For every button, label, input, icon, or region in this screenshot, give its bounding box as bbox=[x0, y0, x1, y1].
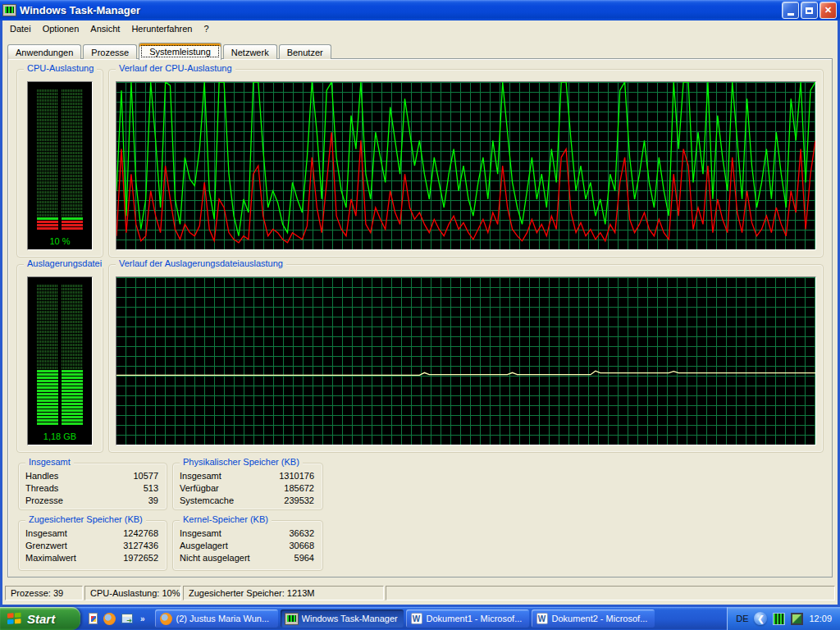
menu-item-[interactable]: ? bbox=[198, 22, 214, 35]
chart-plot bbox=[116, 82, 815, 249]
stat-label: Systemcache bbox=[180, 495, 234, 507]
gauge-segment bbox=[62, 155, 83, 158]
gauge-segment bbox=[62, 301, 83, 304]
language-indicator[interactable]: DE bbox=[736, 614, 748, 623]
tab-systemleistung[interactable]: Systemleistung bbox=[139, 43, 221, 60]
restore-button[interactable] bbox=[801, 2, 818, 19]
gauge-segment bbox=[62, 311, 83, 313]
pagefile-gauge: 1,18 GB bbox=[27, 276, 93, 445]
chart-plot bbox=[116, 277, 815, 445]
gauge-segment bbox=[62, 317, 83, 320]
taskbar-button-dokument2-microsof[interactable]: WDokument2 - Microsof... bbox=[532, 609, 655, 628]
gauge-segment bbox=[62, 370, 83, 372]
status-bar: Prozesse: 39CPU-Auslastung: 10%Zugesiche… bbox=[5, 583, 835, 601]
quicklaunch-firefox-icon[interactable] bbox=[103, 613, 116, 625]
quicklaunch-overflow-chevron[interactable]: » bbox=[140, 614, 145, 623]
tray-hidden-icons-chevron[interactable]: ❮ bbox=[754, 612, 767, 625]
gauge-segment bbox=[37, 360, 58, 363]
gauge-segment bbox=[62, 390, 83, 392]
gauge-segment bbox=[37, 181, 58, 184]
gauge-segment bbox=[37, 208, 58, 210]
stats-group-3: Kernel-Speicher (KB)Insgesamt36632Ausgel… bbox=[172, 520, 323, 571]
stats-rows: Insgesamt36632Ausgelagert30668Nicht ausg… bbox=[180, 527, 314, 564]
gauge-segment bbox=[37, 380, 58, 382]
gauge-segment bbox=[62, 135, 83, 138]
stats-rows: Insgesamt1242768Grenzwert3127436Maximalw… bbox=[25, 527, 158, 564]
taskbar-button-label: Dokument1 - Microsof... bbox=[427, 614, 523, 623]
stat-label: Nicht ausgelagert bbox=[180, 552, 250, 564]
gauge-segment bbox=[62, 152, 83, 154]
tab-anwendungen[interactable]: Anwendungen bbox=[7, 44, 81, 59]
system-tray: DE ❮ 12:09 bbox=[727, 607, 840, 630]
taskbar-button-windows-task-manager[interactable]: Windows Task-Manager bbox=[281, 609, 404, 628]
title-bar[interactable]: Windows Task-Manager ✕ bbox=[0, 0, 840, 21]
menu-item-optionen[interactable]: Optionen bbox=[37, 22, 85, 35]
pagefile-group-title: Auslagerungsdatei bbox=[24, 258, 105, 268]
tray-display-icon[interactable] bbox=[791, 613, 803, 625]
cpu-usage-value: 10 % bbox=[28, 236, 92, 246]
gauge-segment bbox=[37, 422, 58, 425]
status-panel-1: CPU-Auslastung: 10% bbox=[84, 586, 181, 600]
stats-row: Prozesse39 bbox=[25, 495, 158, 507]
taskbar-button-2-justus-maria-wun[interactable]: (2) Justus Maria Wun... bbox=[155, 609, 278, 628]
menu-item-ansicht[interactable]: Ansicht bbox=[84, 22, 126, 35]
tab-benutzer[interactable]: Benutzer bbox=[279, 44, 331, 59]
gauge-segment bbox=[62, 406, 83, 409]
tab-netzwerk[interactable]: Netzwerk bbox=[223, 44, 277, 59]
gauge-segment bbox=[37, 116, 58, 118]
gauge-segment bbox=[37, 347, 58, 349]
stats-group-title: Zugesicherter Speicher (KB) bbox=[25, 514, 146, 524]
minimize-button[interactable] bbox=[782, 2, 799, 19]
stat-value: 1242768 bbox=[123, 527, 158, 540]
window-title: Windows Task-Manager bbox=[20, 4, 780, 16]
gauge-segment bbox=[62, 367, 83, 369]
gauge-segment bbox=[62, 350, 83, 353]
gauge-segment bbox=[62, 340, 83, 343]
close-button[interactable]: ✕ bbox=[819, 2, 837, 19]
gauge-segment bbox=[37, 311, 58, 313]
stats-group-title: Insgesamt bbox=[25, 457, 74, 467]
stat-label: Ausgelagert bbox=[180, 540, 228, 552]
pagefile-value: 1,18 GB bbox=[28, 431, 92, 441]
cpu-usage-gauge: 10 % bbox=[27, 81, 93, 250]
stat-label: Prozesse bbox=[25, 495, 63, 507]
taskbar-button-dokument1-microsof[interactable]: WDokument1 - Microsof... bbox=[406, 609, 529, 628]
gauge-segment bbox=[62, 201, 83, 203]
gauge-segment bbox=[37, 409, 58, 412]
tab-prozesse[interactable]: Prozesse bbox=[83, 44, 137, 59]
gauge-segment bbox=[37, 106, 58, 108]
gauge-segment bbox=[37, 363, 58, 366]
gauge-segment bbox=[62, 331, 83, 333]
menu-item-herunterfahren[interactable]: Herunterfahren bbox=[126, 22, 198, 35]
stat-value: 1972652 bbox=[123, 552, 158, 564]
gauge-segment bbox=[62, 386, 83, 389]
gauge-segment bbox=[37, 334, 58, 336]
gauge-segment bbox=[37, 413, 58, 415]
gauge-segment bbox=[37, 168, 58, 171]
gauge-segment bbox=[62, 409, 83, 412]
menu-item-datei[interactable]: Datei bbox=[4, 22, 37, 35]
gauge-segment bbox=[37, 171, 58, 174]
stat-value: 513 bbox=[144, 482, 158, 495]
quicklaunch-explorer-icon[interactable] bbox=[121, 614, 133, 623]
pagefile-history-group: Verlauf der Auslagerungsdateiauslastung bbox=[108, 264, 824, 453]
quick-launch-bar: » bbox=[80, 613, 152, 625]
task-manager-window: Windows Task-Manager ✕ DateiOptionenAnsi… bbox=[0, 0, 840, 607]
gauge-segment bbox=[62, 288, 83, 290]
gauge-segment bbox=[62, 357, 83, 359]
start-button[interactable]: Start bbox=[0, 607, 80, 630]
minimize-icon bbox=[788, 13, 794, 16]
cpu-usage-group-title: CPU-Auslastung bbox=[24, 63, 97, 73]
stat-value: 36632 bbox=[289, 527, 314, 540]
gauge-segment bbox=[62, 399, 83, 402]
tray-taskmanager-icon[interactable] bbox=[773, 613, 785, 625]
gauge-segment bbox=[62, 148, 83, 151]
gauge-segment bbox=[62, 129, 83, 131]
quicklaunch-document-icon[interactable] bbox=[89, 613, 98, 624]
gauge-column bbox=[37, 87, 58, 230]
gauge-segment bbox=[37, 386, 58, 389]
status-panel-2: Zugesicherter Speicher: 1213M bbox=[183, 586, 384, 600]
gauge-segment bbox=[37, 175, 58, 177]
gauge-segment bbox=[62, 304, 83, 307]
gauge-segment bbox=[37, 285, 58, 287]
